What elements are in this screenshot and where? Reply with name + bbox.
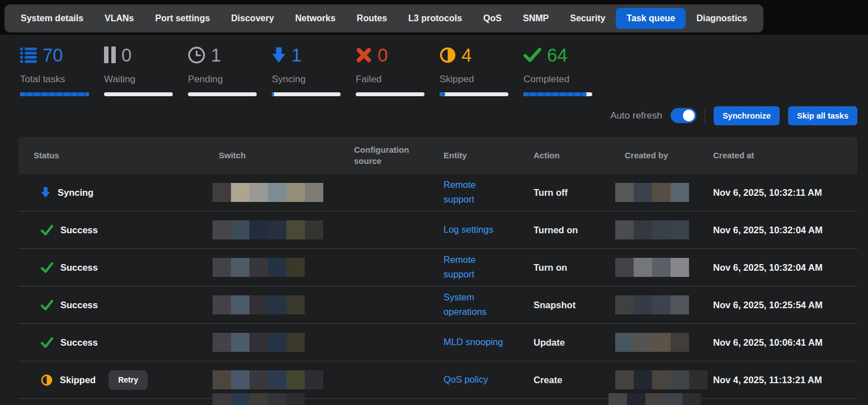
entity-link[interactable]: Remote support <box>444 253 507 281</box>
redacted-pixel <box>634 183 652 202</box>
redacted-pixel <box>268 258 286 277</box>
nav-tab-task-queue[interactable]: Task queue <box>616 8 686 29</box>
nav-tab-system-details[interactable]: System details <box>10 8 94 29</box>
redacted-pixel <box>286 220 305 239</box>
redacted-pixel <box>268 183 286 202</box>
nav-tab-label: Discovery <box>231 13 274 23</box>
nav-tab-label: VLANs <box>105 13 134 23</box>
action-cell: Turned on <box>534 225 625 236</box>
table-row: Success Log settings Turned on Nov 6, 20… <box>18 211 857 249</box>
column-header-created-by: Created by <box>625 150 713 161</box>
nav-tab-label: L3 protocols <box>408 13 462 23</box>
nav-tab-networks[interactable]: Networks <box>285 8 346 29</box>
auto-refresh-label: Auto refresh <box>610 110 662 121</box>
synchronize-button[interactable]: Synchronize <box>714 106 780 125</box>
action-cell: Turn on <box>534 262 625 273</box>
redacted-pixel <box>249 333 268 352</box>
redacted-pixel <box>608 393 627 405</box>
table-row: Success System operations Snapshot Nov 6… <box>18 286 857 324</box>
status-label: Success <box>60 262 98 273</box>
entity-link[interactable]: System operations <box>444 290 507 319</box>
column-header-entity: Entity <box>444 150 534 161</box>
column-header-configuration-source: Configuration source <box>354 144 444 167</box>
nav-tab-port-settings[interactable]: Port settings <box>145 8 221 29</box>
redacted-pixel <box>231 183 249 202</box>
status-cell: Success <box>18 262 219 273</box>
redacted-pixel <box>634 295 652 314</box>
nav-tab-label: Task queue <box>626 13 675 23</box>
stat-label: Total tasks <box>20 74 104 85</box>
stat-progress-bar <box>356 92 424 96</box>
nav-tab-diagnostics[interactable]: Diagnostics <box>686 8 758 29</box>
redacted-pixel <box>664 393 682 405</box>
nav-tab-discovery[interactable]: Discovery <box>220 8 285 29</box>
stat-label: Failed <box>356 74 440 85</box>
success-icon <box>41 300 53 310</box>
redacted-pixel <box>671 183 689 202</box>
entity-link[interactable]: QoS policy <box>444 373 488 387</box>
entity-link[interactable]: MLD snooping <box>444 335 503 350</box>
table-row: Success MLD snooping Update Nov 6, 2025,… <box>18 324 857 361</box>
entity-link[interactable]: Remote support <box>444 178 507 206</box>
redacted-pixel <box>634 220 652 239</box>
redacted-pixel <box>268 333 286 352</box>
redacted-pixel <box>231 370 249 389</box>
redacted-pixel <box>249 220 268 239</box>
status-cell: Syncing <box>18 187 219 198</box>
nav-tab-routes[interactable]: Routes <box>346 8 398 29</box>
redacted-pixel <box>249 370 268 389</box>
nav-tab-label: SNMP <box>523 13 549 23</box>
nav-tab-label: QoS <box>483 13 502 23</box>
redacted-pixel <box>213 220 231 239</box>
skip-all-tasks-button[interactable]: Skip all tasks <box>788 106 857 125</box>
redacted-pixel <box>231 295 249 314</box>
redacted-pixel <box>213 258 231 277</box>
nav-tab-vlans[interactable]: VLANs <box>94 8 144 29</box>
nav-tab-label: Networks <box>295 13 336 23</box>
redacted-pixel <box>652 258 671 277</box>
nav-tab-l3-protocols[interactable]: L3 protocols <box>398 8 473 29</box>
redacted-pixel <box>615 258 634 277</box>
status-cell: Skipped Retry <box>18 370 219 390</box>
status-label: Success <box>60 225 98 236</box>
stat-progress-bar <box>272 92 341 96</box>
auto-refresh-toggle[interactable] <box>671 108 696 123</box>
task-table: StatusSwitchConfiguration sourceEntityAc… <box>18 137 857 405</box>
redacted-pixel <box>213 295 231 314</box>
stat-label: Pending <box>188 74 272 85</box>
list-icon <box>20 47 37 63</box>
action-cell: Update <box>534 337 625 348</box>
redacted-pixel <box>689 370 707 389</box>
switch-redacted <box>213 295 354 314</box>
arrow-down-icon <box>272 47 286 63</box>
switch-redacted <box>213 220 354 239</box>
action-cell: Snapshot <box>534 300 625 310</box>
stat-label: Syncing <box>272 74 356 85</box>
table-row-partial <box>18 399 857 405</box>
nav-tab-snmp[interactable]: SNMP <box>512 8 559 29</box>
created-at-cell: Nov 6, 2025, 10:25:54 AM <box>713 300 857 310</box>
redacted-pixel <box>652 370 671 389</box>
redacted-pixel <box>627 393 645 405</box>
nav-tab-qos[interactable]: QoS <box>473 8 512 29</box>
top-band: System detailsVLANsPort settingsDiscover… <box>0 0 868 35</box>
switch-redacted <box>213 370 354 389</box>
success-icon <box>41 337 53 348</box>
column-header-status: Status <box>18 150 219 161</box>
redacted-pixel <box>249 258 268 277</box>
redacted-pixel <box>268 295 286 314</box>
entity-link[interactable]: Log settings <box>444 223 493 237</box>
status-cell: Success <box>18 300 219 310</box>
redacted-pixel <box>231 220 249 239</box>
created-by-redacted <box>615 183 713 202</box>
stat-progress-bar <box>20 92 89 96</box>
nav-tab-label: Port settings <box>155 13 210 23</box>
controls-row: Auto refresh Synchronize Skip all tasks <box>610 106 857 125</box>
switch-redacted <box>213 333 354 352</box>
nav-tab-security[interactable]: Security <box>559 8 616 29</box>
status-cell: Success <box>18 337 219 348</box>
table-header: StatusSwitchConfiguration sourceEntityAc… <box>18 137 857 174</box>
redacted-pixel <box>286 295 305 314</box>
stat-value: 64 <box>547 46 568 64</box>
retry-button[interactable]: Retry <box>108 370 148 390</box>
